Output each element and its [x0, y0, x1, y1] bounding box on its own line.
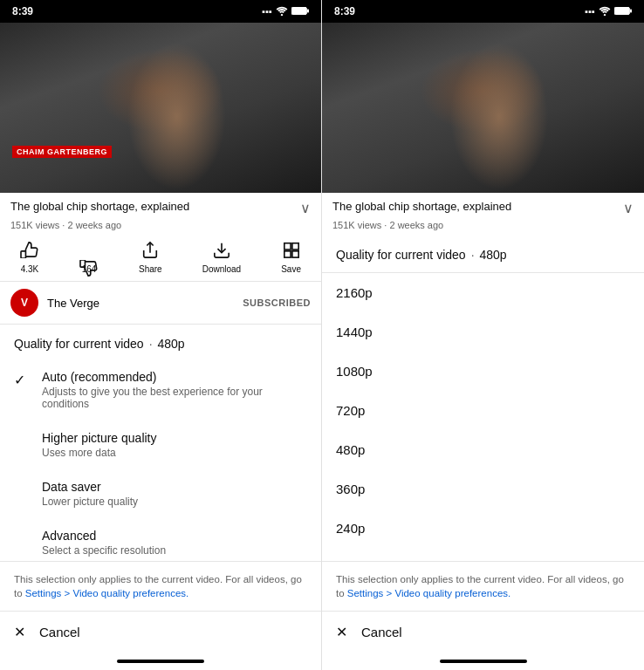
check-auto-icon: ✓ — [14, 372, 28, 388]
resolution-480p[interactable]: 480p — [322, 430, 644, 469]
option-auto-subtitle: Adjusts to give you the best experience … — [42, 386, 307, 410]
footer-link-right[interactable]: Settings > Video quality preferences. — [347, 588, 510, 598]
subscribe-button-left[interactable]: SUBSCRIBED — [243, 297, 311, 308]
option-auto-content: Auto (recommended) Adjusts to give you t… — [42, 370, 307, 410]
download-button[interactable]: Download — [202, 241, 241, 274]
option-higher-content: Higher picture quality Uses more data — [42, 431, 157, 459]
video-person-right — [322, 23, 644, 193]
signal-icon-right: ▪▪▪ — [585, 6, 595, 17]
dislike-button[interactable]: 164 — [79, 241, 99, 274]
cancel-x-icon-right: ✕ — [336, 624, 347, 640]
option-higher-title: Higher picture quality — [42, 431, 157, 445]
svg-rect-11 — [630, 9, 632, 12]
views-left: 151K views — [10, 220, 59, 230]
video-thumbnail-right[interactable] — [322, 23, 644, 193]
option-datasaver-subtitle: Lower picture quality — [42, 496, 138, 508]
share-button[interactable]: Share — [139, 241, 162, 274]
channel-name-left: The Verge — [47, 297, 243, 310]
option-advanced-title: Advanced — [42, 529, 166, 543]
svg-rect-5 — [284, 243, 290, 250]
like-button[interactable]: 4.3K — [20, 241, 39, 274]
battery-icon — [291, 6, 309, 17]
status-icons-right: ▪▪▪ — [585, 6, 632, 17]
quality-value-right: 480p — [480, 248, 507, 262]
video-person-left — [0, 23, 321, 193]
option-advanced-content: Advanced Select a specific resolution — [42, 529, 166, 557]
time-ago-left: 2 weeks ago — [67, 220, 121, 230]
download-icon — [212, 241, 231, 263]
svg-point-0 — [281, 14, 283, 16]
video-title-left: The global chip shortage, explained — [10, 200, 293, 213]
home-bar-right — [322, 653, 644, 670]
time-left: 8:39 — [12, 5, 33, 17]
video-thumbnail-left[interactable]: CHAIM GARTENBERG — [0, 23, 321, 193]
svg-rect-10 — [614, 7, 629, 14]
resolution-144p[interactable]: 144p — [322, 548, 644, 561]
option-datasaver-content: Data saver Lower picture quality — [42, 480, 138, 508]
resolution-list: 2160p 1440p 1080p 720p 480p 360p 240p 14… — [322, 273, 644, 561]
wifi-icon — [276, 6, 288, 17]
cancel-bar-right[interactable]: ✕ Cancel — [322, 611, 644, 653]
option-advanced-subtitle: Select a specific resolution — [42, 544, 166, 557]
battery-icon-right — [614, 6, 632, 17]
home-indicator-right — [440, 660, 527, 663]
share-icon — [140, 241, 160, 263]
home-bar-left — [0, 653, 321, 670]
save-label: Save — [281, 264, 301, 274]
option-higher-subtitle: Uses more data — [42, 447, 157, 459]
quality-label-left: Quality for current video — [14, 337, 144, 351]
resolution-2160p[interactable]: 2160p — [322, 273, 644, 312]
quality-header-left: Quality for current video · 480p — [0, 325, 321, 359]
save-icon — [282, 241, 301, 263]
svg-rect-1 — [291, 7, 306, 14]
option-advanced[interactable]: Advanced Select a specific resolution — [0, 518, 321, 561]
video-info-bar-right: The global chip shortage, explained ∨ — [322, 193, 644, 220]
share-label: Share — [139, 264, 162, 274]
option-auto-title: Auto (recommended) — [42, 370, 307, 384]
video-info-bar-left: The global chip shortage, explained ∨ — [0, 193, 321, 220]
like-count: 4.3K — [21, 264, 39, 274]
svg-rect-7 — [284, 251, 290, 257]
resolution-240p[interactable]: 240p — [322, 509, 644, 548]
action-bar-left: 4.3K 164 Share — [0, 236, 321, 282]
expand-icon-left[interactable]: ∨ — [300, 200, 311, 216]
cancel-x-icon-left: ✕ — [14, 624, 25, 640]
dislike-icon — [79, 241, 99, 263]
option-datasaver-title: Data saver — [42, 480, 138, 494]
views-right: 151K views — [332, 220, 381, 230]
quality-dot-left: · — [149, 337, 153, 351]
cancel-bar-left[interactable]: ✕ Cancel — [0, 611, 321, 653]
quality-dot-right: · — [471, 248, 475, 262]
video-meta-left: 151K views · 2 weeks ago — [0, 220, 321, 236]
svg-point-9 — [604, 14, 606, 16]
download-label: Download — [202, 264, 241, 274]
footer-link-left[interactable]: Settings > Video quality preferences. — [25, 588, 188, 598]
quality-header-right: Quality for current video · 480p — [322, 236, 644, 273]
resolution-1080p[interactable]: 1080p — [322, 352, 644, 391]
save-button[interactable]: Save — [281, 241, 301, 274]
wifi-icon-right — [599, 6, 611, 17]
signal-icon: ▪▪▪ — [262, 6, 272, 17]
channel-bar-left: V The Verge SUBSCRIBED — [0, 282, 321, 325]
video-meta-right: 151K views · 2 weeks ago — [322, 220, 644, 236]
video-overlay-name: CHAIM GARTENBERG — [12, 146, 112, 158]
expand-icon-right[interactable]: ∨ — [623, 200, 634, 216]
resolution-360p[interactable]: 360p — [322, 469, 644, 509]
left-panel: 8:39 ▪▪▪ CHAIM GARTENBERG — [0, 0, 322, 670]
option-datasaver[interactable]: Data saver Lower picture quality — [0, 469, 321, 518]
footer-note-left: This selection only applies to the curre… — [0, 561, 321, 611]
like-icon — [20, 241, 39, 263]
cancel-label-left: Cancel — [39, 625, 80, 639]
quality-value-left: 480p — [158, 337, 185, 351]
quality-options-left: ✓ Auto (recommended) Adjusts to give you… — [0, 359, 321, 561]
option-higher[interactable]: Higher picture quality Uses more data — [0, 420, 321, 469]
time-ago-right: 2 weeks ago — [389, 220, 443, 230]
svg-rect-6 — [291, 243, 298, 250]
option-auto[interactable]: ✓ Auto (recommended) Adjusts to give you… — [0, 359, 321, 420]
video-title-right: The global chip shortage, explained — [332, 200, 616, 213]
resolution-720p[interactable]: 720p — [322, 391, 644, 430]
svg-rect-8 — [291, 251, 298, 257]
status-bar-left: 8:39 ▪▪▪ — [0, 0, 321, 23]
status-bar-right: 8:39 ▪▪▪ — [322, 0, 644, 23]
resolution-1440p[interactable]: 1440p — [322, 312, 644, 352]
